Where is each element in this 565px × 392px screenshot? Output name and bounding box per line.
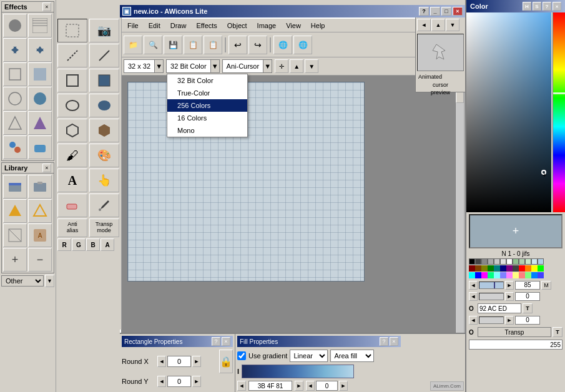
transp-value[interactable]: 255 — [469, 340, 563, 350]
lib-remove-btn[interactable]: − — [28, 248, 52, 272]
round-y-input[interactable] — [167, 376, 191, 387]
effect-arrows-ud[interactable] — [28, 38, 52, 62]
fill-num-left-btn[interactable]: ◄ — [306, 381, 315, 391]
lib-btn-4[interactable] — [28, 199, 52, 223]
hex-outline-btn[interactable] — [57, 119, 87, 142]
pal-cell[interactable] — [481, 265, 488, 272]
color-saturation-field[interactable]: + — [466, 12, 551, 212]
zoom-btn[interactable]: 🔍 — [144, 36, 162, 54]
cursor-type-container[interactable]: Ani-Cursor ▼ — [222, 59, 273, 73]
new-file-btn[interactable]: 📁 — [124, 36, 142, 54]
rect-outline-btn[interactable] — [57, 69, 87, 92]
brush-tool-btn[interactable]: 🖌 — [57, 144, 87, 167]
o-left-btn[interactable]: ◄ — [469, 316, 478, 325]
fill-num-input[interactable] — [316, 381, 338, 391]
lib-btn-1[interactable] — [3, 175, 27, 198]
a-btn[interactable]: A — [101, 238, 114, 251]
nav-down-btn[interactable]: ▼ — [305, 59, 318, 73]
menu-object[interactable]: Object — [222, 21, 252, 31]
size-dropdown-btn[interactable]: ▼ — [154, 60, 163, 72]
round-x-input[interactable] — [167, 356, 191, 367]
fill-type-select[interactable]: Area fill Stroke fill — [330, 350, 374, 362]
round-x-right-btn[interactable]: ► — [192, 356, 201, 367]
t-button-1[interactable]: T — [523, 303, 533, 313]
menu-view[interactable]: View — [281, 21, 306, 31]
effects-close-btn[interactable]: × — [42, 2, 51, 11]
dropdown-item-mono[interactable]: Mono — [167, 124, 247, 137]
pal-cell[interactable] — [513, 272, 519, 278]
pal-cell[interactable] — [531, 265, 538, 272]
fill-hex-left-btn[interactable]: ◄ — [237, 381, 246, 391]
pal-cell[interactable] — [513, 258, 519, 265]
ellipse-fill-btn[interactable] — [89, 94, 119, 117]
cursor-type-dropdown-btn[interactable]: ▼ — [263, 60, 272, 72]
color-swatch[interactable]: + — [469, 214, 563, 248]
effect-icon-10[interactable] — [28, 135, 52, 159]
o-slider[interactable] — [479, 316, 504, 324]
pal-cell[interactable] — [494, 272, 500, 278]
dropdown-item-256colors[interactable]: 256 Colors — [167, 99, 247, 112]
fill-hex-input[interactable] — [248, 381, 292, 391]
slider-right-btn-1[interactable]: ► — [505, 281, 514, 290]
lib-btn-2[interactable] — [28, 175, 52, 198]
pal-cell[interactable] — [531, 272, 538, 278]
pal-cell[interactable] — [488, 265, 494, 272]
scroll-track[interactable] — [456, 84, 464, 364]
anim-up-btn[interactable]: ▲ — [431, 19, 445, 31]
nav-up-btn[interactable]: ▲ — [290, 59, 303, 73]
pal-cell[interactable] — [506, 265, 513, 272]
effect-icon-4[interactable] — [28, 62, 52, 86]
b-btn[interactable]: B — [86, 238, 100, 251]
web-btn-1[interactable]: 🌐 — [273, 36, 292, 54]
other-select[interactable]: Other — [1, 275, 44, 287]
slider-track-1[interactable] — [479, 282, 504, 289]
color-gradient-area[interactable]: + — [466, 12, 565, 212]
library-close-btn[interactable]: × — [42, 164, 51, 172]
r-btn[interactable]: R — [57, 238, 71, 251]
effect-arrows-lr[interactable] — [3, 38, 27, 62]
size-select-container[interactable]: 32 x 32 ▼ — [124, 59, 164, 73]
slider-track-2[interactable] — [479, 293, 504, 300]
menu-edit[interactable]: Edit — [144, 21, 165, 31]
minimize-btn[interactable]: _ — [430, 7, 440, 16]
slider-left-btn-2[interactable]: ◄ — [469, 292, 478, 301]
lock-btn[interactable]: 🔒 — [219, 350, 233, 373]
t-button-2[interactable]: T — [553, 327, 563, 337]
pal-cell[interactable] — [500, 265, 506, 272]
text-tool-btn[interactable]: A — [57, 169, 87, 192]
lib-add-btn[interactable]: + — [3, 248, 27, 272]
slider-value-1[interactable]: 85 — [515, 281, 540, 290]
pencil-btn[interactable] — [89, 44, 119, 67]
menu-file[interactable]: File — [122, 21, 144, 31]
rect-props-close-btn[interactable]: × — [222, 337, 230, 346]
effect-icon-6[interactable] — [28, 87, 52, 110]
pal-cell[interactable] — [519, 272, 525, 278]
pal-cell[interactable] — [538, 265, 544, 272]
copy-btn[interactable]: 📋 — [184, 36, 202, 54]
slider-value-2[interactable]: 0 — [515, 292, 540, 301]
menu-help[interactable]: Help — [306, 21, 330, 31]
maximize-btn[interactable]: □ — [441, 7, 451, 16]
help-title-btn[interactable]: ? — [419, 7, 429, 16]
effect-icon-7[interactable] — [3, 111, 27, 135]
rect-fill-btn[interactable] — [89, 69, 119, 92]
slider-right-btn-2[interactable]: ► — [505, 292, 514, 301]
rect-props-help-btn[interactable]: ? — [212, 337, 220, 346]
color-depth-select-container[interactable]: 32 Bit Color ▼ 32 Bit Color True-Color 2… — [166, 59, 219, 73]
redo-btn[interactable]: ↪ — [248, 36, 267, 54]
pal-cell[interactable] — [469, 265, 475, 272]
gradient-preview[interactable] — [242, 365, 354, 378]
anim-down-btn[interactable]: ▼ — [446, 19, 459, 31]
dropdown-item-16colors[interactable]: 16 Colors — [167, 112, 247, 124]
hex-fill-btn[interactable] — [89, 119, 119, 142]
lib-btn-6[interactable]: A — [28, 223, 52, 247]
pal-cell[interactable] — [500, 258, 506, 265]
camera-tool-btn[interactable]: 📷 — [89, 19, 119, 42]
effect-icon-3[interactable] — [3, 62, 27, 86]
pal-cell[interactable] — [519, 265, 525, 272]
m-btn[interactable]: M — [541, 281, 551, 290]
effect-circle-gray[interactable] — [3, 14, 27, 37]
round-y-right-btn[interactable]: ► — [192, 376, 201, 387]
pal-cell[interactable] — [475, 265, 481, 272]
menu-effects[interactable]: Effects — [191, 21, 222, 31]
